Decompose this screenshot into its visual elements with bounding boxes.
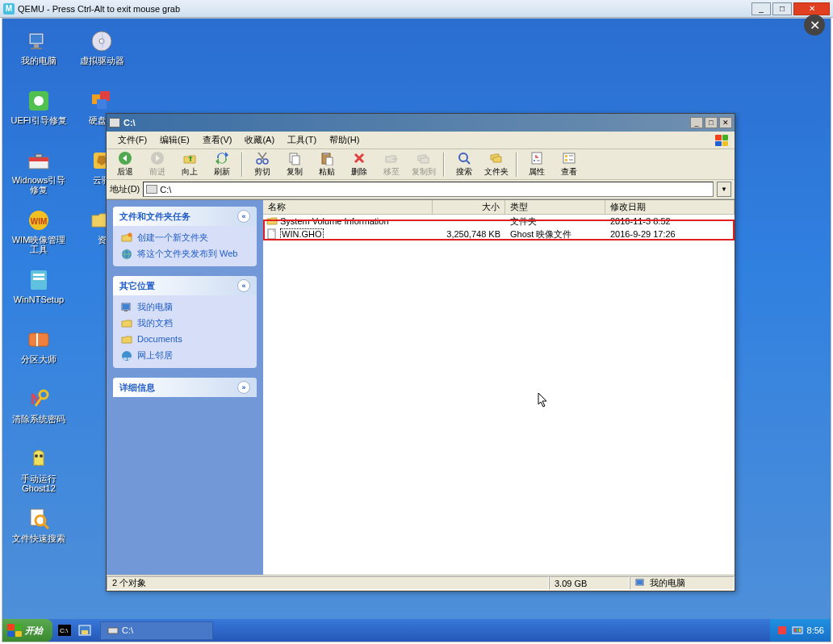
folders-button[interactable]: 文件夹	[481, 151, 512, 178]
menu-view[interactable]: 查看(V)	[196, 132, 239, 148]
start-button[interactable]: 开始	[2, 619, 52, 642]
place-documents[interactable]: Documents	[121, 334, 249, 345]
status-size: 3.09 GB	[549, 576, 630, 590]
ghost-icon	[26, 446, 52, 472]
task-new-folder[interactable]: 创建一个新文件夹	[121, 232, 249, 244]
svg-rect-69	[82, 630, 88, 634]
back-button[interactable]: 后退	[110, 151, 140, 178]
details-header[interactable]: 详细信息 »	[113, 378, 257, 397]
file-name: System Volume Information	[280, 216, 389, 226]
menu-favorites[interactable]: 收藏(A)	[238, 132, 281, 148]
svg-line-44	[467, 161, 470, 164]
file-tasks-header[interactable]: 文件和文件夹任务 «	[113, 207, 257, 226]
desktop-icon-partition-master[interactable]: 分区大师	[7, 324, 70, 378]
file-icon	[266, 228, 278, 240]
desktop-icon-virtual-drive[interactable]: 虚拟驱动器	[70, 25, 133, 80]
column-type[interactable]: 类型	[505, 200, 605, 214]
desktop-icon-clear-password[interactable]: N 清除系统密码	[7, 383, 70, 438]
explorer-title-text: C:\	[123, 118, 136, 128]
svg-point-26	[40, 454, 43, 458]
new-folder-icon	[121, 232, 132, 244]
menu-edit[interactable]: 编辑(E)	[153, 132, 196, 148]
properties-button[interactable]: 属性	[521, 151, 552, 178]
taskbar-item-label: C:\	[122, 625, 133, 635]
up-button[interactable]: 向上	[174, 151, 205, 178]
menu-tools[interactable]: 工具(T)	[281, 132, 323, 148]
maximize-button[interactable]: □	[772, 2, 792, 15]
system-tray[interactable]: 8:56	[770, 619, 831, 642]
place-network[interactable]: 网上邻居	[121, 350, 249, 362]
panel-title: 文件和文件夹任务	[119, 211, 190, 223]
file-type: Ghost 映像文件	[505, 228, 605, 240]
svg-rect-59	[124, 310, 128, 312]
tray-icon-2[interactable]	[792, 625, 803, 636]
copy-icon	[287, 151, 302, 165]
menu-help[interactable]: 帮助(H)	[323, 132, 366, 148]
clock[interactable]: 8:56	[807, 625, 824, 635]
explorer-window: C:\ _ □ ✕ 文件(F) 编辑(E) 查看(V) 收藏(A) 工具(T) …	[106, 113, 735, 592]
svg-rect-61	[123, 358, 127, 360]
desktop-icon-wim-image-tool[interactable]: WIM WIM映像管理 工具	[7, 204, 70, 259]
qemu-icon: M	[3, 3, 15, 15]
overlay-close-button[interactable]: ✕	[804, 15, 825, 36]
views-button[interactable]: 查看	[554, 151, 584, 178]
key-icon: N	[26, 387, 52, 412]
tray-icon-1[interactable]	[776, 625, 788, 636]
desktop-icon-winnt-setup[interactable]: WinNTSetup	[7, 264, 70, 319]
maximize-button[interactable]: □	[705, 117, 718, 128]
search-button[interactable]: 搜索	[449, 151, 479, 178]
desktop-icon-my-computer[interactable]: 我的电脑	[7, 25, 70, 80]
copy-button[interactable]: 复制	[279, 151, 310, 178]
address-field[interactable]: C:\	[143, 182, 714, 197]
details-panel: 详细信息 »	[113, 378, 257, 397]
address-dropdown-button[interactable]: ▼	[717, 182, 731, 197]
column-date[interactable]: 修改日期	[605, 200, 735, 214]
documents-icon	[121, 334, 132, 345]
desktop-icon-uefi-repair[interactable]: UEFI引导修复	[7, 85, 70, 140]
file-date: 2016-9-29 17:26	[605, 229, 735, 239]
svg-rect-48	[563, 153, 575, 163]
place-my-computer[interactable]: 我的电脑	[121, 302, 249, 313]
desktop-icon-file-search[interactable]: 文件快速搜索	[7, 503, 70, 558]
desktop[interactable]: 我的电脑 虚拟驱动器 UEFI引导修复 硬盘磁	[2, 18, 831, 642]
desktop-icon-ghost12[interactable]: 手动运行 Ghost12	[7, 443, 70, 498]
desktop-workspace[interactable]: 我的电脑 虚拟驱动器 UEFI引导修复 硬盘磁	[2, 19, 831, 619]
delete-button[interactable]: 删除	[344, 151, 375, 178]
svg-point-43	[459, 153, 467, 161]
other-places-header[interactable]: 其它位置 «	[113, 276, 257, 295]
explorer-title: C:\	[109, 118, 136, 128]
taskbar-item-explorer[interactable]: C:\	[100, 621, 213, 640]
desktop-icon-windows-boot-repair[interactable]: Widnows引导 修复	[7, 144, 70, 199]
computer-icon	[635, 579, 647, 588]
svg-text:C:\: C:\	[60, 627, 69, 634]
copyto-button: 复制到	[408, 151, 439, 178]
moveto-button: 移至	[376, 151, 407, 178]
desktop-icon-label: 文件快速搜索	[12, 533, 65, 543]
task-publish-web[interactable]: 将这个文件夹发布到 Web	[121, 249, 249, 260]
quicklaunch-show-desktop[interactable]	[76, 621, 94, 639]
svg-rect-45	[532, 153, 542, 164]
menu-file[interactable]: 文件(F)	[111, 132, 153, 148]
close-button[interactable]: ✕	[719, 117, 732, 128]
qemu-titlebar[interactable]: M QEMU - Press Ctrl-Alt to exit mouse gr…	[0, 0, 833, 18]
quicklaunch-cmd[interactable]: C:\	[56, 621, 73, 639]
svg-text:WIM: WIM	[31, 217, 48, 226]
minimize-button[interactable]: _	[751, 2, 771, 15]
file-row-gho[interactable]: WIN.GHO 3,250,748 KB Ghost 映像文件 2016-9-2…	[263, 228, 735, 240]
svg-rect-73	[794, 629, 796, 632]
close-button[interactable]: ✕	[793, 2, 830, 15]
desktop-icon-label: 资	[98, 235, 107, 245]
minimize-button[interactable]: _	[690, 117, 703, 128]
file-list-rows[interactable]: System Volume Information 文件夹 2016-11-3 …	[263, 215, 735, 575]
place-my-documents[interactable]: 我的文档	[121, 318, 249, 329]
file-tasks-panel: 文件和文件夹任务 « 创建一个新文件夹 将这个文件夹发布到	[113, 207, 257, 266]
place-label: 我的文档	[137, 318, 173, 328]
column-name[interactable]: 名称	[263, 200, 433, 214]
paste-button[interactable]: 粘贴	[312, 151, 342, 178]
explorer-titlebar[interactable]: C:\ _ □ ✕	[107, 114, 735, 132]
file-row-folder[interactable]: System Volume Information 文件夹 2016-11-3 …	[263, 215, 735, 228]
cut-button[interactable]: 剪切	[247, 151, 278, 178]
refresh-button[interactable]: 刷新	[207, 151, 237, 178]
column-size[interactable]: 大小	[433, 200, 505, 214]
explorer-menubar: 文件(F) 编辑(E) 查看(V) 收藏(A) 工具(T) 帮助(H)	[107, 132, 735, 149]
